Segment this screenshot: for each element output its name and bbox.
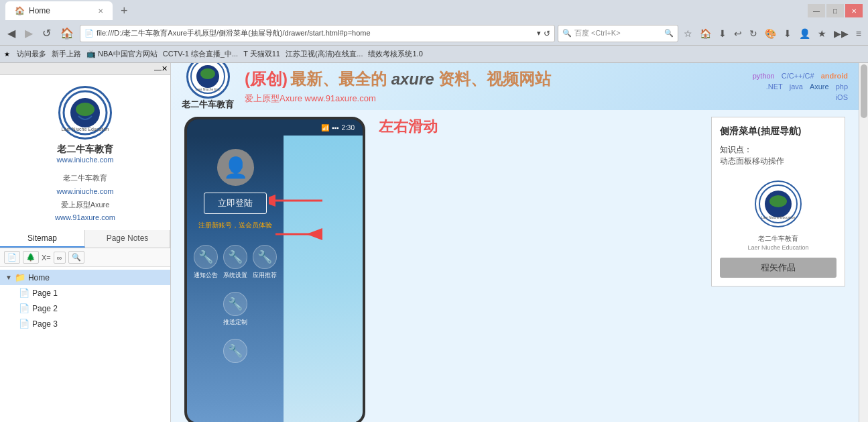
phone-mockup: 📶 ▪▪▪ 2:30 👤 [184, 117, 365, 422]
wifi-icon: 📶 [321, 124, 329, 131]
tab-close-icon[interactable]: ✕ [98, 7, 103, 15]
paint-button[interactable]: 🎨 [762, 27, 779, 40]
link-line3: 爱上原型Axure [61, 201, 110, 209]
tree-label-page1: Page 1 [32, 288, 58, 298]
app-push-label: 推送定制 [223, 318, 247, 327]
refresh-button[interactable]: ↺ [39, 25, 54, 41]
nav-icons: ☆ 🏠 ⬇ ↩ ↻ 🎨 ⬇ 👤 ★ ▶▶ ≡ [681, 27, 864, 40]
scrollbar-thumb[interactable] [861, 64, 867, 118]
tree-item-page2[interactable]: 📄 Page 2 [0, 301, 170, 316]
link-url2[interactable]: www.91axure.com [0, 211, 170, 225]
site-tagline-area: (原创) 最新、最全的 axure 资料、视频网站 爱上原型Axure www.… [245, 68, 742, 105]
more-button[interactable]: ▶▶ [831, 27, 851, 40]
app-icons-grid: 🔧 通知公告 🔧 系统设置 🔧 [194, 245, 277, 280]
tab-sitemap[interactable]: Sitemap [0, 230, 85, 248]
tab-page-notes[interactable]: Page Notes [85, 230, 170, 248]
phone-content-area: 👤 立即登陆 注册新账号，送会员体验 🔧 通知公告 [187, 136, 363, 422]
nav-net[interactable]: .NET [766, 83, 783, 91]
svg-point-2 [76, 103, 95, 116]
sidebar-close-button[interactable]: ✕ [162, 64, 168, 73]
address-bar[interactable]: 📄 file:///D:/老二牛车教育Axure手机原型/侧滑菜单(抽屉导航)/… [80, 25, 555, 42]
viewport-scrollbar[interactable] [859, 63, 868, 422]
tree-item-page1[interactable]: 📄 Page 1 [0, 285, 170, 301]
bookmark-tmall[interactable]: T 天猫双11 [243, 49, 280, 59]
app-settings-icon[interactable]: 🔧 [223, 245, 247, 269]
down-arrow-button[interactable]: ⬇ [781, 27, 794, 40]
toolbar-x-label: X= [42, 254, 51, 262]
nav-android[interactable]: android [821, 72, 848, 80]
toolbar-search-button[interactable]: 🔍 [68, 251, 84, 264]
note-logo-circle: Laer Niuche Education [755, 180, 802, 227]
menu-button[interactable]: ≡ [853, 27, 864, 40]
address-dropdown-icon[interactable]: ▾ [537, 29, 541, 38]
bookmark-js[interactable]: 江苏卫视(高清)在线直... [286, 49, 363, 59]
new-tab-button[interactable]: + [115, 1, 133, 21]
bookmarks-bar: ★ 访问最多 新手上路 📺 NBA中国官方网站 CCTV-1 综合直播_中...… [0, 46, 868, 63]
site-nav-right: python C/C++/C# android .NET java Axure … [753, 72, 848, 101]
page-content: Laer Niuche Edu 老二牛车教育 www.iniuche.com (… [171, 63, 859, 422]
note-logo-area: Laer Niuche Education [720, 180, 836, 227]
toolbar-infinity-button[interactable]: ∞ [54, 252, 66, 264]
app-push-icon[interactable]: 🔧 [223, 292, 247, 316]
nav-cpp[interactable]: C/C++/C# [782, 72, 814, 80]
nav-java[interactable]: java [790, 83, 803, 91]
toolbar-doc-button[interactable]: 📄 [4, 251, 20, 264]
bookmark-newbie[interactable]: 新手上路 [52, 49, 81, 59]
demo-area: 📶 ▪▪▪ 2:30 👤 [171, 110, 859, 422]
sidebar-brand-name: 老二牛车教育 [57, 144, 113, 156]
tree-page-icon-2: 📄 [19, 303, 29, 313]
maximize-button[interactable]: □ [826, 4, 844, 17]
bookmark-cctv[interactable]: CCTV-1 综合直播_中... [163, 49, 238, 59]
tree-item-home[interactable]: ▼ 📁 Home [0, 270, 170, 285]
tagline-main: 最新、最全的 axure 资料、视频网站 [290, 68, 551, 90]
refresh-inline-icon[interactable]: ↺ [544, 29, 550, 38]
history-button[interactable]: ↩ [731, 27, 745, 40]
close-button[interactable]: ✕ [845, 4, 863, 17]
star-button[interactable]: ☆ [681, 27, 695, 40]
status-icons: 📶 ▪▪▪ 2:30 [321, 124, 355, 131]
register-text: 注册新账号，送会员体验 [198, 221, 272, 230]
bookmark-nba[interactable]: 📺 NBA中国官方网站 [86, 49, 158, 59]
forward-button[interactable]: ▶ [21, 25, 36, 41]
note-title: 侧滑菜单(抽屉导航) [720, 125, 836, 138]
browser-tab[interactable]: 🏠 Home ✕ [5, 1, 113, 20]
bookmark-perf[interactable]: 绩效考核系统1.0 [368, 49, 422, 59]
tree-item-page3[interactable]: 📄 Page 3 [0, 316, 170, 331]
phone-right-panel [284, 136, 363, 422]
user-button[interactable]: 👤 [796, 27, 813, 40]
nav-ios[interactable]: iOS [836, 93, 848, 101]
phone-container: 📶 ▪▪▪ 2:30 👤 [184, 117, 365, 422]
app-row-3: 🔧 [223, 339, 247, 363]
app-recommend-icon[interactable]: 🔧 [253, 245, 277, 269]
nav-php[interactable]: php [836, 83, 848, 91]
tree-page-icon-1: 📄 [19, 288, 29, 298]
back-button[interactable]: ◀ [4, 25, 19, 41]
home-page-button[interactable]: 🏠 [697, 27, 714, 40]
search-bar[interactable]: 🔍 百度 <Ctrl+K> 🔍 [558, 25, 678, 42]
note-panel: 侧滑菜单(抽屉导航) 知识点： 动态面板移动操作 L [711, 117, 845, 286]
tree-label-page2: Page 2 [32, 304, 58, 313]
sidebar-collapse-button[interactable]: — [154, 64, 162, 73]
app-extra-icon[interactable]: 🔧 [223, 339, 247, 363]
site-tagline-sub: 爱上原型Axure www.91axure.com [245, 93, 742, 105]
app-notice-icon[interactable]: 🔧 [194, 245, 218, 269]
rotate-button[interactable]: ↻ [747, 27, 760, 40]
bookmark-frequent[interactable]: 访问最多 [17, 49, 46, 59]
note-action-button[interactable]: 程矢作品 [720, 258, 836, 278]
toolbar-tree-button[interactable]: 🌲 [23, 251, 39, 264]
bookmarks-star-icon: ★ [4, 50, 10, 58]
login-button[interactable]: 立即登陆 [204, 193, 267, 214]
nav-axure[interactable]: Axure [810, 83, 829, 91]
home-button[interactable]: 🏠 [57, 25, 77, 41]
site-logo-circle: Laer Niuche Edu [186, 63, 230, 99]
avatar-person-icon: 👤 [223, 156, 248, 179]
download-button[interactable]: ⬇ [716, 27, 729, 40]
minimize-button[interactable]: — [808, 4, 825, 17]
search-submit-icon[interactable]: 🔍 [664, 29, 674, 38]
site-header: Laer Niuche Edu 老二牛车教育 www.iniuche.com (… [171, 63, 859, 110]
favorites-button[interactable]: ★ [815, 27, 829, 40]
nav-python[interactable]: python [753, 72, 775, 80]
site-logo-text: 老二牛车教育 [182, 99, 234, 111]
arrow-left-annotation [269, 191, 336, 213]
link-url1[interactable]: www.iniuche.com [0, 185, 170, 199]
